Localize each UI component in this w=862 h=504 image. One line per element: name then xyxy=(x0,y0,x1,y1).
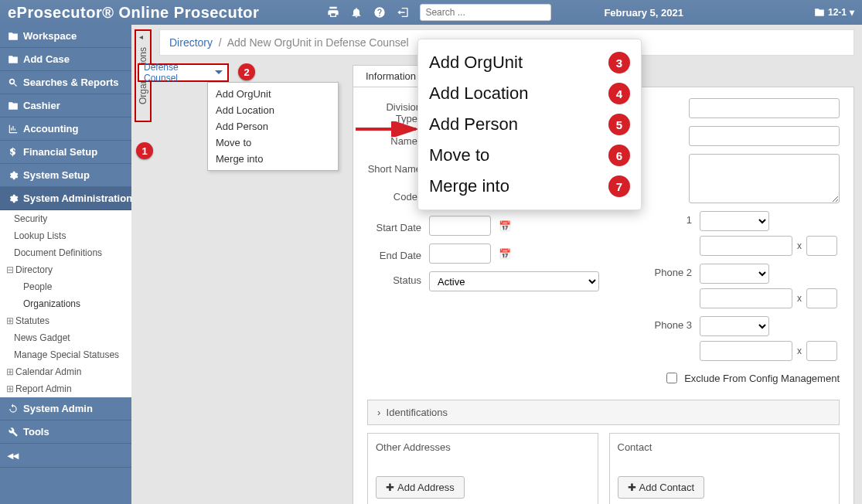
tree-item-report[interactable]: ⊞Report Admin xyxy=(0,380,131,397)
annotation-badge-1: 1 xyxy=(136,142,153,159)
callout-item-move-to[interactable]: Move to6 xyxy=(429,140,630,171)
identifications-accordion[interactable]: › Identifications xyxy=(367,400,840,425)
gear-icon xyxy=(8,170,19,181)
logout-icon[interactable] xyxy=(397,6,409,19)
menu-item-move-to[interactable]: Move to xyxy=(216,135,330,151)
tree-item-calendar[interactable]: ⊞Calendar Admin xyxy=(0,363,131,380)
sidebar-item-add-case[interactable]: Add Case xyxy=(0,48,131,71)
start-date-input[interactable] xyxy=(429,216,491,236)
help-icon[interactable] xyxy=(373,6,386,19)
admin-subtree: Security Lookup Lists Document Definitio… xyxy=(0,210,131,397)
label-short-name: Short Name xyxy=(367,160,421,175)
sidebar-item-financial-setup[interactable]: Financial Setup xyxy=(0,141,131,164)
expand-icon[interactable]: ⊞ xyxy=(6,383,14,394)
callout-item-add-orgunit[interactable]: Add OrgUnit3 xyxy=(429,47,630,78)
phone2-type-select[interactable] xyxy=(700,264,769,284)
tree-item-statutes[interactable]: ⊞Statutes xyxy=(0,312,131,329)
status-select[interactable]: Active xyxy=(429,271,599,291)
phone1-number-input[interactable] xyxy=(700,236,792,256)
label-start-date: Start Date xyxy=(367,219,421,233)
phone3-number-input[interactable] xyxy=(700,341,792,361)
other-addresses-panel: Other Addresses ✚ Add Address xyxy=(367,433,598,504)
menu-item-add-location[interactable]: Add Location xyxy=(216,102,330,118)
sidebar-item-sysadmin[interactable]: System Admin xyxy=(0,397,131,421)
gear-icon xyxy=(8,193,19,204)
label-ext: x xyxy=(797,240,802,251)
sidebar-collapse[interactable]: ◂◂ xyxy=(0,444,131,468)
annotation-badge-5: 5 xyxy=(608,114,630,135)
annotation-badge-4: 4 xyxy=(608,83,630,104)
tree-item-doc-defs[interactable]: Document Definitions xyxy=(0,244,131,261)
phone1-ext-input[interactable] xyxy=(806,236,837,256)
calendar-icon[interactable]: 📅 xyxy=(499,220,511,232)
phone3-ext-input[interactable] xyxy=(806,341,837,361)
sidebar-item-searches[interactable]: Searches & Reports xyxy=(0,71,131,94)
right-textarea[interactable] xyxy=(689,154,840,203)
header-date: February 5, 2021 xyxy=(604,7,683,19)
refresh-icon xyxy=(8,404,19,414)
expand-icon[interactable]: ⊞ xyxy=(6,315,14,326)
tree-item-security[interactable]: Security xyxy=(0,210,131,227)
wrench-icon xyxy=(8,427,19,438)
plus-icon: ✚ xyxy=(628,482,636,493)
tree-item-lookup-lists[interactable]: Lookup Lists xyxy=(0,227,131,244)
folder-icon xyxy=(8,31,19,42)
sidebar-item-system-admin[interactable]: System Administration xyxy=(0,187,131,210)
annotation-badge-2: 2 xyxy=(238,63,255,80)
chevron-left-icon[interactable]: ◂ xyxy=(139,32,143,41)
breadcrumb-root[interactable]: Directory xyxy=(169,36,213,49)
phone2-ext-input[interactable] xyxy=(806,288,837,308)
sidebar-item-tools[interactable]: Tools xyxy=(0,421,131,444)
right-input-1[interactable] xyxy=(689,98,840,118)
add-contact-button[interactable]: ✚ Add Contact xyxy=(618,476,705,499)
tree-item-directory[interactable]: ⊟Directory xyxy=(0,261,131,278)
annotation-arrow xyxy=(356,121,425,137)
chevron-down-icon: ▾ xyxy=(850,7,854,18)
chevron-down-icon xyxy=(215,69,223,77)
exclude-checkbox[interactable] xyxy=(666,373,677,383)
sidebar-item-accounting[interactable]: Accounting xyxy=(0,117,131,141)
label-phone-3: Phone 3 xyxy=(646,316,692,331)
end-date-input[interactable] xyxy=(429,243,491,264)
label-status: Status xyxy=(367,271,421,291)
folder-icon xyxy=(8,54,19,65)
menu-item-merge-into[interactable]: Merge into xyxy=(216,151,330,167)
add-address-button[interactable]: ✚ Add Address xyxy=(376,476,465,499)
label-end-date: End Date xyxy=(367,247,421,261)
sidebar-item-system-setup[interactable]: System Setup xyxy=(0,164,131,187)
sidebar-item-cashier[interactable]: Cashier xyxy=(0,94,131,117)
callout-item-add-location[interactable]: Add Location4 xyxy=(429,78,630,109)
callout-item-merge-into[interactable]: Merge into7 xyxy=(429,171,630,202)
contact-title: Contact xyxy=(618,441,832,453)
defense-counsel-dropdown[interactable]: Defense Counsel xyxy=(138,63,229,82)
label-division-type: Division Type xyxy=(367,98,421,124)
phone1-type-select[interactable] xyxy=(700,211,769,231)
phone2-number-input[interactable] xyxy=(700,288,792,308)
top-bar: eProsecutor® Online Prosecutor February … xyxy=(0,0,862,25)
callout-item-add-person[interactable]: Add Person5 xyxy=(429,109,630,140)
tree-item-statuses[interactable]: Manage Special Statuses xyxy=(0,346,131,363)
search-input[interactable] xyxy=(420,4,551,21)
menu-item-add-person[interactable]: Add Person xyxy=(216,118,330,135)
main-area: ◂ Organizations 1 Defense Counsel 2 Add … xyxy=(131,25,862,504)
label-code: Code xyxy=(367,188,421,208)
top-right-info[interactable]: 12-1 ▾ xyxy=(814,7,854,18)
tree-item-news[interactable]: News Gadget xyxy=(0,329,131,346)
bell-icon[interactable] xyxy=(350,6,363,19)
expand-icon[interactable]: ⊞ xyxy=(6,366,14,377)
tree-item-organizations[interactable]: Organizations xyxy=(0,295,131,312)
calendar-icon[interactable]: 📅 xyxy=(499,248,511,260)
callout-menu: Add OrgUnit3 Add Location4 Add Person5 M… xyxy=(417,39,642,210)
collapse-icon[interactable]: ⊟ xyxy=(6,264,14,275)
menu-item-add-orgunit[interactable]: Add OrgUnit xyxy=(216,86,330,102)
print-icon[interactable] xyxy=(327,6,339,19)
folder-icon xyxy=(8,100,19,111)
tree-item-people[interactable]: People xyxy=(0,278,131,295)
label-phone-2: Phone 2 xyxy=(646,264,692,278)
dollar-icon xyxy=(8,147,19,158)
right-input-2[interactable] xyxy=(689,126,840,146)
sidebar-item-workspace[interactable]: Workspace xyxy=(0,25,131,48)
sidebar: Workspace Add Case Searches & Reports Ca… xyxy=(0,25,131,504)
phone3-type-select[interactable] xyxy=(700,316,769,336)
annotation-badge-6: 6 xyxy=(608,145,630,166)
